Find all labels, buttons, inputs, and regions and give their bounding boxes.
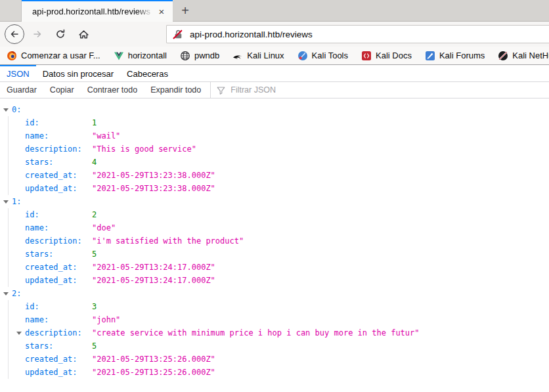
json-row[interactable]: updated_at:"2021-05-29T13:23:38.000Z": [9, 182, 549, 195]
forward-button[interactable]: [28, 24, 47, 44]
json-value: 5: [92, 250, 97, 259]
item-children: id:1 name:"wail" description:"This is go…: [8, 116, 549, 195]
json-row[interactable]: updated_at:"2021-05-29T13:24:17.000Z": [9, 274, 549, 287]
json-row[interactable]: description:"This is good service": [9, 142, 549, 156]
json-array-item[interactable]: 2:: [0, 287, 549, 300]
json-row[interactable]: created_at:"2021-05-29T13:24:17.000Z": [9, 261, 549, 274]
bookmark-label: Kali NetHunter: [512, 51, 549, 60]
json-row[interactable]: stars:5: [9, 248, 549, 261]
collapse-all-button[interactable]: Contraer todo: [81, 85, 144, 95]
json-key: name:: [25, 313, 92, 326]
bookmark-kali-linux[interactable]: Kali Linux: [232, 51, 284, 61]
json-value: "create service with minimum price i hop…: [92, 328, 420, 338]
collapse-twisty-icon[interactable]: [3, 292, 9, 295]
collapse-twisty-icon[interactable]: [16, 332, 22, 335]
bookmark-label: pwndb: [194, 51, 219, 60]
json-tree: 0: id:1 name:"wail" description:"This is…: [0, 98, 549, 379]
array-index: 2:: [12, 289, 21, 298]
back-arrow-icon: [9, 29, 20, 39]
firefox-icon: [7, 51, 17, 61]
json-row[interactable]: created_at:"2021-05-29T13:23:38.000Z": [9, 169, 549, 182]
json-row[interactable]: id:1: [9, 116, 549, 129]
item-children: id:3 name:"john" description:"create ser…: [8, 300, 549, 379]
json-key: stars:: [25, 339, 92, 353]
tab-headers[interactable]: Cabeceras: [120, 65, 175, 81]
json-value: 4: [92, 158, 97, 167]
url-bar[interactable]: api-prod.horizontall.htb/reviews: [166, 25, 549, 43]
copy-button[interactable]: Copiar: [43, 85, 81, 95]
collapse-twisty-icon[interactable]: [3, 108, 9, 112]
home-button[interactable]: [74, 24, 93, 44]
array-index: 0:: [12, 105, 21, 114]
json-key: id:: [25, 116, 92, 129]
json-value: "2021-05-29T13:24:17.000Z": [92, 276, 215, 285]
json-row[interactable]: name:"doe": [9, 221, 549, 234]
forward-arrow-icon: [32, 29, 43, 39]
json-key: description:: [25, 234, 92, 248]
kali-nethunter-icon: [498, 51, 508, 61]
bookmark-label: Kali Docs: [376, 51, 412, 60]
json-row[interactable]: updated_at:"2021-05-29T13:25:26.000Z": [9, 366, 549, 379]
bookmark-label: Kali Linux: [247, 51, 284, 60]
json-value: "2021-05-29T13:23:38.000Z": [92, 171, 215, 180]
json-row[interactable]: name:"john": [9, 313, 549, 326]
json-viewer-toolbar: Guardar Copiar Contraer todo Expandir to…: [0, 82, 549, 98]
expand-all-button[interactable]: Expandir todo: [144, 85, 208, 95]
json-key: updated_at:: [25, 366, 92, 379]
json-row[interactable]: stars:5: [9, 339, 549, 353]
json-key: id:: [25, 208, 92, 221]
json-key: stars:: [25, 156, 92, 169]
json-array-item[interactable]: 0:: [0, 103, 549, 116]
json-value: "This is good service": [92, 144, 196, 154]
json-key: name:: [25, 221, 92, 234]
json-value: 5: [92, 341, 97, 351]
json-value: 2: [92, 210, 97, 219]
home-icon: [78, 29, 89, 40]
navigation-toolbar: api-prod.horizontall.htb/reviews: [0, 22, 549, 47]
json-value: "2021-05-29T13:25:26.000Z": [92, 355, 215, 364]
json-row[interactable]: id:2: [9, 208, 549, 221]
close-tab-icon[interactable]: ×: [154, 5, 169, 19]
insecure-connection-icon[interactable]: [173, 29, 184, 40]
json-value: "2021-05-29T13:24:17.000Z": [92, 263, 215, 272]
tab-raw-data[interactable]: Datos sin procesar: [36, 65, 120, 81]
tab-title: api-prod.horizontall.htb/reviews: [32, 7, 154, 16]
reload-icon: [55, 29, 66, 39]
filter-container: [211, 85, 374, 95]
json-value: "wail": [92, 131, 120, 141]
json-row[interactable]: name:"wail": [9, 129, 549, 142]
json-row[interactable]: description:"create service with minimum…: [9, 326, 549, 339]
bookmark-kali-nethunter[interactable]: Kali NetHunter: [498, 51, 549, 61]
json-row[interactable]: stars:4: [9, 156, 549, 169]
save-button[interactable]: Guardar: [0, 85, 43, 95]
browser-tab[interactable]: api-prod.horizontall.htb/reviews ×: [22, 0, 173, 22]
item-children: id:2 name:"doe" description:"i'm satisfi…: [8, 208, 549, 287]
bookmark-comenzar[interactable]: Comenzar a usar F...: [7, 51, 100, 61]
json-key: updated_at:: [25, 274, 92, 287]
bookmark-kali-docs[interactable]: Kali Docs: [361, 51, 412, 61]
bookmark-horizontall[interactable]: horizontall: [114, 51, 167, 61]
reload-button[interactable]: [51, 24, 70, 44]
url-text: api-prod.horizontall.htb/reviews: [190, 30, 313, 39]
bookmark-pwndb[interactable]: pwndb: [180, 51, 219, 61]
json-value: "i'm satisfied with the product": [92, 236, 244, 246]
json-key: updated_at:: [25, 182, 92, 195]
json-row[interactable]: created_at:"2021-05-29T13:25:26.000Z": [9, 353, 549, 366]
collapse-twisty-icon[interactable]: [3, 200, 9, 204]
bookmark-label: Kali Forums: [439, 51, 485, 60]
tab-json[interactable]: JSON: [0, 65, 36, 81]
bookmark-kali-forums[interactable]: Kali Forums: [425, 51, 485, 61]
new-tab-button[interactable]: +: [173, 0, 198, 21]
back-button[interactable]: [5, 24, 24, 44]
json-row[interactable]: id:3: [9, 300, 549, 313]
json-key: created_at:: [25, 169, 92, 182]
globe-icon: [180, 51, 190, 61]
json-row[interactable]: description:"i'm satisfied with the prod…: [9, 234, 549, 248]
json-key: stars:: [25, 248, 92, 261]
json-array-item[interactable]: 1:: [0, 195, 549, 208]
json-value: "john": [92, 315, 120, 324]
filter-funnel-icon: [217, 86, 225, 95]
filter-json-input[interactable]: [229, 85, 374, 95]
bookmark-kali-tools[interactable]: Kali Tools: [297, 51, 348, 61]
json-value: "2021-05-29T13:23:38.000Z": [92, 184, 215, 193]
